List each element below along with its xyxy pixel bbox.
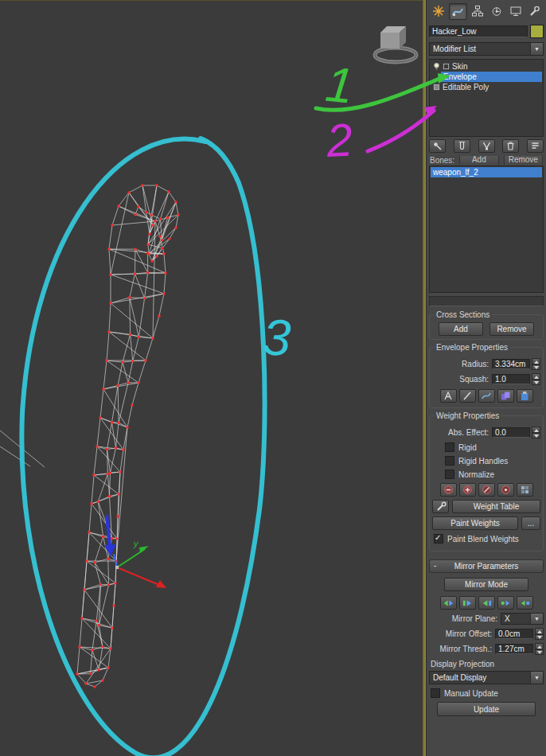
mirror-parameters-rollout[interactable]: - Mirror Parameters	[429, 559, 544, 573]
rigid-handles-checkbox[interactable]	[445, 456, 454, 466]
paste-blue-to-green-verts-button[interactable]	[517, 596, 533, 610]
mirror-thresh-field[interactable]: 1.27cm	[495, 644, 533, 654]
squash-label: Squash:	[432, 375, 490, 384]
object-color-swatch[interactable]	[530, 25, 544, 38]
paint-weights-button[interactable]: Paint Weights	[432, 516, 518, 530]
paste-blue-to-green-verts-icon	[519, 598, 531, 609]
cross-sections-title: Cross Sections	[434, 310, 492, 319]
bones-add-button[interactable]: Add	[459, 156, 498, 165]
bones-label: Bones:	[430, 156, 454, 165]
make-unique-button[interactable]	[478, 139, 495, 153]
create-tab[interactable]	[430, 3, 447, 18]
bones-remove-button[interactable]: Remove	[504, 156, 543, 165]
exclude-vertices-button[interactable]	[440, 483, 457, 497]
manual-update-label: Manual Update	[444, 689, 498, 698]
bones-list[interactable]: weapon_lf_2	[429, 166, 544, 293]
object-name-field[interactable]: Hacker_Low	[429, 25, 528, 37]
collapse-icon: -	[434, 561, 436, 570]
display-projection-dropdown[interactable]: Default Display ▼	[429, 671, 544, 684]
modifier-stack: Skin Envelope Editable Poly	[429, 59, 544, 137]
copy-envelope-button[interactable]	[497, 389, 514, 403]
mirror-mode-button[interactable]: Mirror Mode	[444, 578, 528, 591]
bulb-icon[interactable]	[433, 62, 440, 71]
weight-tool-button[interactable]	[432, 500, 449, 513]
display-tab[interactable]	[507, 3, 524, 18]
include-vertices-button[interactable]	[459, 483, 476, 497]
configure-modifier-sets-icon	[530, 141, 540, 151]
chevron-down-icon: ▼	[530, 614, 543, 624]
radius-field[interactable]: 3.334cm	[492, 359, 530, 369]
select-included-vertices-button[interactable]	[497, 483, 514, 497]
select-excluded-vertices-button[interactable]	[478, 483, 495, 497]
modifier-list-dropdown[interactable]: Modifier List ▼	[429, 42, 544, 56]
paint-options-button[interactable]: ...	[521, 516, 540, 530]
weight-properties-title: Weight Properties	[434, 411, 501, 420]
envelope-properties-title: Envelope Properties	[434, 343, 510, 352]
mirror-offset-field[interactable]: 0.0cm	[495, 629, 533, 639]
mirror-paste-button[interactable]	[440, 596, 457, 610]
modifier-icon	[433, 84, 440, 91]
envelope-properties-group: Envelope Properties Radius: 3.334cm Squa…	[429, 347, 544, 408]
bone-direction-arrow	[104, 515, 116, 556]
stack-item-editable-poly[interactable]: Editable Poly	[431, 82, 542, 92]
bone-item[interactable]: weapon_lf_2	[431, 167, 542, 177]
viewport-overlays: y	[0, 1, 423, 756]
paste-icon	[519, 391, 530, 401]
falloff-button[interactable]	[459, 389, 476, 403]
modify-tab[interactable]	[449, 3, 467, 20]
mirror-thresh-label: Mirror Thresh.:	[429, 645, 493, 653]
pin-stack-button[interactable]	[429, 139, 446, 153]
envelope-curve-button[interactable]	[478, 389, 495, 403]
stack-item-envelope[interactable]: Envelope	[441, 72, 542, 82]
squash-spinner[interactable]	[532, 373, 540, 385]
utilities-tab[interactable]	[526, 3, 543, 18]
include-vertices-icon	[462, 485, 473, 495]
rigid-row: Rigid	[445, 442, 539, 452]
abs-effect-spinner[interactable]	[532, 427, 540, 438]
mirror-paste-icon	[443, 598, 454, 609]
create-icon	[432, 5, 445, 18]
paste-green-to-blue-verts-button[interactable]	[497, 596, 514, 610]
show-end-result-button[interactable]	[454, 139, 470, 153]
mirror-offset-spinner[interactable]	[535, 628, 544, 640]
rigid-checkbox[interactable]	[445, 442, 454, 452]
pin-stack-icon	[432, 141, 443, 151]
cross-sections-add-button[interactable]: Add	[439, 322, 483, 336]
squash-field[interactable]: 1.0	[492, 374, 530, 384]
mirror-plane-dropdown[interactable]: X ▼	[501, 613, 544, 625]
remove-modifier-icon	[505, 141, 516, 151]
normalize-checkbox[interactable]	[445, 470, 454, 479]
paste-green-to-blue-verts-icon	[500, 598, 512, 609]
bake-selected-vertices-button[interactable]	[517, 483, 533, 497]
gizmo-y-arrowhead	[139, 546, 149, 553]
chevron-down-icon: ▼	[530, 672, 543, 684]
stack-toolbar	[429, 139, 544, 153]
abs-effect-label: Abs. Effect:	[432, 428, 490, 437]
cross-sections-remove-button[interactable]: Remove	[489, 322, 534, 336]
configure-modifier-sets-button[interactable]	[527, 139, 544, 153]
motion-tab[interactable]	[488, 3, 505, 18]
weight-table-button[interactable]: Weight Table	[452, 500, 540, 513]
command-panel: Hacker_Low Modifier List ▼ Skin Envelope…	[426, 0, 546, 756]
update-button[interactable]: Update	[437, 702, 536, 716]
rigid-handles-label: Rigid Handles	[458, 457, 508, 466]
bones-header-clipped: Bones: Add Remove	[430, 156, 543, 165]
stack-item-skin[interactable]: Skin	[431, 61, 542, 72]
mirror-thresh-spinner[interactable]	[535, 643, 544, 655]
remove-modifier-button[interactable]	[502, 139, 519, 153]
paste-envelope-button[interactable]	[517, 389, 533, 403]
transform-gizmo[interactable]: y	[114, 539, 166, 588]
radius-spinner[interactable]	[532, 358, 540, 370]
hierarchy-tab[interactable]	[470, 3, 486, 18]
make-unique-icon	[482, 141, 492, 151]
mirror-plane-label: Mirror Plane:	[429, 614, 499, 623]
modifier-icon	[443, 63, 450, 70]
list-footer-well	[429, 296, 544, 306]
absolute-effect-button[interactable]	[440, 389, 457, 403]
paste-green-to-blue-bones-button[interactable]	[459, 596, 476, 610]
abs-effect-field[interactable]: 0.0	[492, 427, 530, 438]
viewport[interactable]: y	[0, 0, 423, 756]
paint-blend-weights-checkbox[interactable]	[434, 534, 443, 544]
paste-blue-to-green-bones-button[interactable]	[478, 596, 495, 610]
manual-update-checkbox[interactable]	[431, 688, 440, 698]
